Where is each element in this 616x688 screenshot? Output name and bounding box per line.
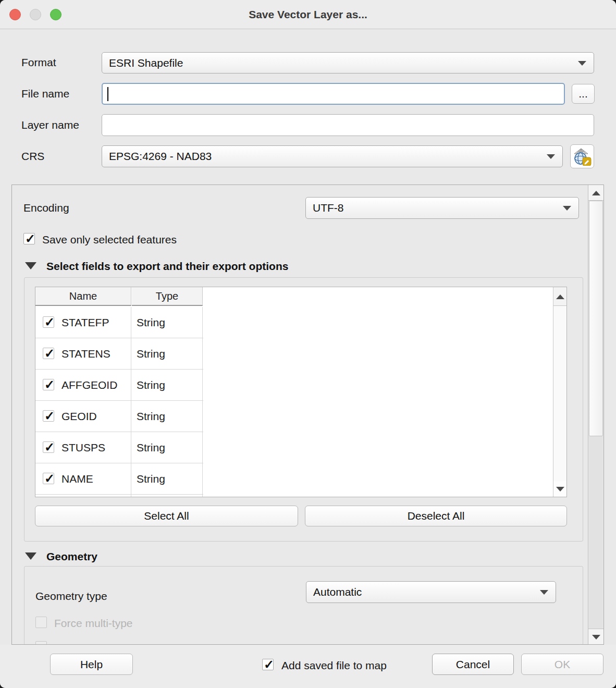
scroll-up-icon [556, 294, 564, 299]
geometry-group-box: Geometry type Automatic Force multi-type [24, 566, 583, 645]
crs-value: EPSG:4269 - NAD83 [109, 150, 212, 163]
table-row[interactable]: STATEFP String [35, 307, 203, 338]
table-row[interactable]: AFFGEOID String [35, 370, 203, 401]
chevron-down-icon [563, 206, 571, 211]
column-header-name[interactable]: Name [35, 287, 131, 306]
field-type: String [137, 338, 165, 370]
field-name: STATENS [61, 338, 110, 370]
fields-group-box: Name Type STATEFP String STATENS String … [24, 277, 583, 542]
field-type: String [137, 370, 165, 401]
format-value: ESRI Shapefile [109, 57, 183, 69]
layer-name-input[interactable] [102, 114, 594, 136]
clipped-checkbox [35, 641, 47, 645]
crs-label: CRS [21, 150, 44, 163]
dialog-footer: Help Add saved file to map Cancel OK [0, 645, 616, 688]
encoding-label: Encoding [23, 202, 69, 214]
encoding-dropdown[interactable]: UTF-8 [305, 197, 579, 219]
geometry-type-label: Geometry type [35, 590, 107, 603]
field-checkbox[interactable] [43, 316, 54, 328]
field-type: String [137, 307, 165, 338]
layer-name-label: Layer name [21, 119, 79, 131]
field-name: GEOID [61, 401, 97, 432]
force-multi-type-checkbox [35, 617, 47, 628]
field-checkbox[interactable] [43, 379, 54, 390]
scroll-down-icon [592, 635, 600, 640]
add-saved-file-checkbox[interactable] [262, 659, 274, 670]
crs-globe-icon [573, 147, 592, 166]
field-type: String [137, 463, 165, 495]
scrollbar-thumb[interactable] [589, 201, 603, 436]
ok-button[interactable]: OK [521, 654, 603, 675]
geometry-section-title[interactable]: Geometry [46, 550, 97, 563]
browse-file-label: ... [578, 88, 588, 100]
field-checkbox[interactable] [43, 441, 54, 453]
fields-section-title[interactable]: Select fields to export and their export… [46, 260, 288, 273]
scroll-up-icon [592, 191, 600, 195]
collapse-triangle-icon[interactable] [25, 552, 36, 560]
field-type: String [137, 432, 165, 463]
field-checkbox[interactable] [43, 473, 54, 484]
field-checkbox[interactable] [43, 410, 54, 422]
titlebar: Save Vector Layer as... [0, 0, 616, 29]
field-name: STATEFP [61, 307, 109, 338]
file-name-label: File name [21, 88, 69, 100]
force-multi-type-label: Force multi-type [54, 617, 133, 630]
save-only-selected-checkbox[interactable] [23, 233, 35, 244]
table-row-partial [35, 495, 203, 497]
collapse-triangle-icon[interactable] [25, 262, 36, 269]
chevron-down-icon [578, 61, 586, 66]
chevron-down-icon [547, 154, 555, 159]
save-vector-layer-dialog: Save Vector Layer as... Format ESRI Shap… [0, 0, 616, 688]
browse-file-button[interactable]: ... [572, 84, 595, 104]
select-crs-button[interactable] [570, 144, 594, 168]
dialog-scrollbar[interactable] [588, 185, 603, 644]
chevron-down-icon [540, 590, 548, 595]
column-header-type[interactable]: Type [132, 287, 203, 306]
fields-table: Name Type STATEFP String STATENS String … [35, 287, 567, 497]
field-type: String [137, 401, 165, 432]
text-cursor [107, 87, 108, 101]
crs-dropdown[interactable]: EPSG:4269 - NAD83 [102, 145, 563, 167]
table-row[interactable]: STATENS String [35, 338, 203, 370]
file-name-input[interactable] [102, 83, 565, 105]
options-scroll-area: Encoding UTF-8 Save only selected featur… [11, 185, 604, 645]
table-scrollbar[interactable] [553, 287, 566, 497]
window-title: Save Vector Layer as... [0, 0, 616, 29]
help-button[interactable]: Help [50, 654, 133, 675]
table-row[interactable]: NAME String [35, 463, 203, 495]
field-name: STUSPS [61, 432, 105, 463]
field-checkbox[interactable] [43, 348, 54, 359]
format-dropdown[interactable]: ESRI Shapefile [102, 52, 594, 73]
geometry-type-dropdown[interactable]: Automatic [306, 581, 556, 603]
table-row[interactable]: GEOID String [35, 401, 203, 432]
format-label: Format [21, 56, 56, 69]
encoding-value: UTF-8 [313, 202, 344, 214]
deselect-all-button[interactable]: Deselect All [305, 506, 567, 526]
save-only-selected-label: Save only selected features [42, 234, 177, 246]
field-name: AFFGEOID [61, 370, 117, 401]
add-saved-file-label: Add saved file to map [281, 659, 387, 672]
select-all-button[interactable]: Select All [35, 506, 298, 526]
scroll-down-icon [556, 487, 564, 492]
table-row[interactable]: STUSPS String [35, 432, 203, 463]
field-name: NAME [61, 463, 93, 495]
cancel-button[interactable]: Cancel [432, 654, 514, 675]
geometry-type-value: Automatic [313, 586, 362, 598]
